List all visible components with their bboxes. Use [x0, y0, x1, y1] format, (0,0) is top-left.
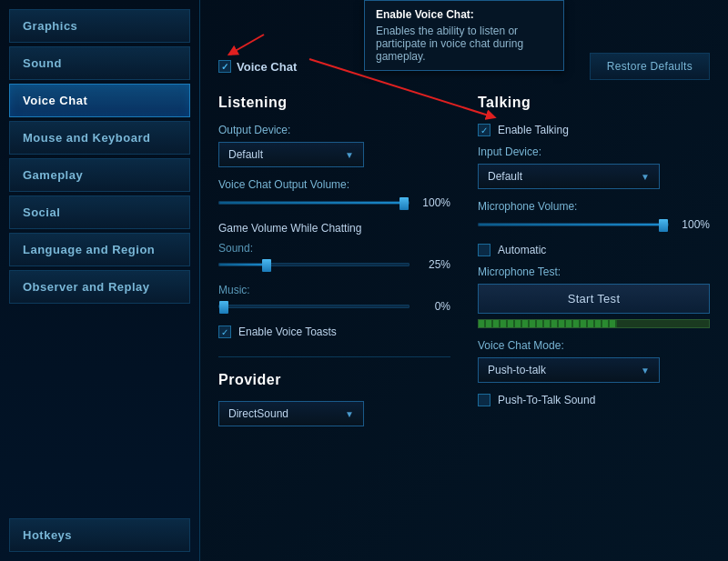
microphone-volume-slider[interactable]: 100%	[478, 218, 710, 231]
sidebar-bottom: Hotkeys	[9, 518, 190, 552]
voice-chat-volume-fill	[219, 202, 409, 204]
content-area: Enable Voice Chat: Enables the ability t…	[200, 0, 728, 561]
music-label: Music:	[218, 284, 450, 296]
sidebar-item-hotkeys[interactable]: Hotkeys	[9, 518, 190, 552]
sound-thumb[interactable]	[262, 259, 271, 272]
sound-label: Sound:	[218, 242, 450, 255]
input-device-label: Input Device:	[478, 145, 710, 158]
sound-track	[218, 263, 410, 266]
sidebar-item-gameplay[interactable]: Gameplay	[9, 158, 190, 192]
enable-talking-row[interactable]: Enable Talking	[478, 124, 710, 136]
enable-talking-label: Enable Talking	[498, 124, 569, 136]
voice-chat-checkbox[interactable]	[218, 60, 231, 73]
sidebar-item-mouse-keyboard[interactable]: Mouse and Keyboard	[9, 121, 190, 155]
microphone-volume-track	[478, 223, 669, 226]
sound-slider[interactable]: 25%	[218, 258, 450, 271]
tooltip-body: Enables the ability to listen or partici…	[376, 25, 552, 63]
sidebar-item-observer-replay[interactable]: Observer and Replay	[9, 270, 190, 304]
music-track	[218, 305, 410, 308]
provider-dropdown[interactable]: DirectSound ▼	[218, 401, 364, 426]
provider-section: Provider DirectSound ▼	[218, 356, 450, 426]
voice-chat-mode-arrow-icon: ▼	[641, 366, 650, 376]
output-device-value: Default	[228, 148, 263, 161]
provider-title: Provider	[218, 372, 450, 388]
music-slider[interactable]: 0%	[218, 300, 450, 313]
voice-chat-volume-track	[218, 201, 410, 205]
enable-voice-toasts-label: Enable Voice Toasts	[238, 326, 337, 338]
voice-chat-mode-dropdown[interactable]: Push-to-talk ▼	[478, 357, 660, 383]
talking-column: Talking Enable Talking Input Device: Def…	[478, 95, 710, 437]
listening-title: Listening	[218, 95, 450, 111]
sidebar: Graphics Sound Voice Chat Mouse and Keyb…	[0, 0, 200, 561]
push-to-talk-sound-row[interactable]: Push-To-Talk Sound	[478, 394, 710, 406]
listening-column: Listening Output Device: Default ▼ Voice…	[218, 95, 450, 437]
voice-chat-mode-value: Push-to-talk	[488, 364, 546, 376]
main-container: Graphics Sound Voice Chat Mouse and Keyb…	[0, 0, 728, 561]
output-device-arrow-icon: ▼	[345, 150, 354, 160]
microphone-volume-fill	[479, 224, 668, 225]
tooltip-title: Enable Voice Chat:	[376, 8, 552, 21]
automatic-label: Automatic	[498, 244, 546, 256]
sidebar-item-language-region[interactable]: Language and Region	[9, 233, 190, 266]
microphone-test-fill	[479, 320, 617, 327]
sidebar-item-voice-chat[interactable]: Voice Chat	[9, 84, 190, 117]
game-volume-title: Game Volume While Chatting	[218, 222, 450, 235]
restore-defaults-button[interactable]: Restore Defaults	[590, 53, 710, 80]
voice-chat-volume-value: 100%	[419, 196, 450, 209]
sidebar-item-sound[interactable]: Sound	[9, 46, 190, 80]
voice-chat-volume-label: Voice Chat Output Volume:	[218, 178, 450, 191]
microphone-test-bar	[478, 319, 710, 328]
microphone-volume-label: Microphone Volume:	[478, 200, 710, 213]
provider-value: DirectSound	[228, 407, 288, 420]
voice-chat-mode-label: Voice Chat Mode:	[478, 339, 710, 352]
tooltip: Enable Voice Chat: Enables the ability t…	[364, 0, 564, 71]
music-thumb[interactable]	[219, 301, 228, 314]
automatic-row[interactable]: Automatic	[478, 244, 710, 256]
talking-title: Talking	[478, 95, 710, 111]
output-device-dropdown[interactable]: Default ▼	[218, 142, 364, 167]
sidebar-item-graphics[interactable]: Graphics	[9, 9, 190, 43]
settings-columns: Listening Output Device: Default ▼ Voice…	[218, 95, 710, 437]
provider-arrow-icon: ▼	[345, 409, 354, 419]
game-volume-section: Game Volume While Chatting Sound: 25% Mu…	[218, 222, 450, 313]
voice-chat-check[interactable]: Voice Chat	[218, 60, 297, 74]
sound-value: 25%	[419, 258, 450, 271]
sidebar-item-social[interactable]: Social	[9, 195, 190, 229]
sound-fill	[219, 264, 267, 265]
input-device-value: Default	[488, 170, 522, 183]
microphone-test-label: Microphone Test:	[478, 265, 710, 278]
microphone-volume-value: 100%	[678, 218, 710, 231]
input-device-dropdown[interactable]: Default ▼	[478, 164, 660, 189]
enable-talking-checkbox[interactable]	[478, 124, 490, 136]
microphone-volume-thumb[interactable]	[659, 219, 668, 232]
push-to-talk-sound-label: Push-To-Talk Sound	[498, 394, 595, 406]
enable-voice-toasts-row[interactable]: Enable Voice Toasts	[218, 326, 450, 338]
voice-chat-label: Voice Chat	[237, 60, 297, 74]
voice-chat-volume-thumb[interactable]	[399, 197, 409, 210]
music-value: 0%	[419, 300, 450, 313]
push-to-talk-sound-checkbox[interactable]	[478, 394, 490, 406]
enable-voice-toasts-checkbox[interactable]	[218, 326, 231, 338]
automatic-checkbox[interactable]	[478, 244, 490, 256]
input-device-arrow-icon: ▼	[641, 172, 650, 182]
voice-chat-volume-slider[interactable]: 100%	[218, 196, 450, 209]
start-test-button[interactable]: Start Test	[478, 284, 710, 314]
output-device-label: Output Device:	[218, 124, 450, 136]
